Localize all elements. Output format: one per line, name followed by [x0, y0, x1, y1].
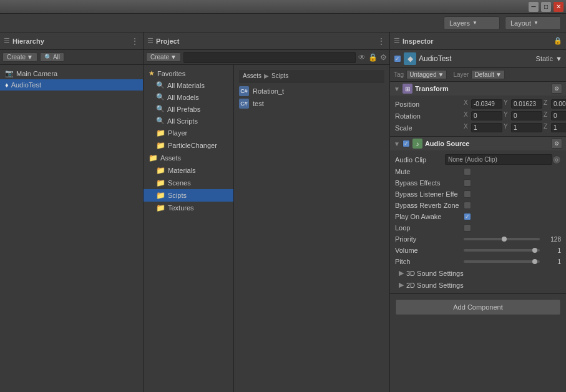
object-active-checkbox[interactable]: ✓ [394, 55, 401, 62]
transform-fold-icon: ▼ [394, 86, 400, 92]
hierarchy-item-audiotest[interactable]: ♦ AudioTest [0, 79, 143, 91]
loop-checkbox[interactable] [464, 224, 471, 232]
transform-header[interactable]: ▼ ⊞ Transform ⚙ [390, 82, 566, 96]
add-component-button[interactable]: Add Component [395, 299, 561, 315]
hierarchy-create-button[interactable]: Create ▼ [2, 52, 37, 62]
priority-track [464, 238, 540, 240]
bypass-effects-checkbox[interactable] [464, 179, 471, 187]
scale-value: X Y Z [464, 123, 566, 132]
project-panel: ☰ Project ⋮ Create ▼ 👁 🔒 ⚙ ★ Favorites [144, 32, 390, 392]
position-row: Position X Y Z [395, 98, 561, 110]
audio-clip-value[interactable]: None (Audio Clip) [445, 154, 552, 165]
sound-3d-header[interactable]: ▶ 3D Sound Settings [395, 267, 561, 279]
maximize-button[interactable]: □ [541, 2, 551, 12]
hierarchy-item-maincamera[interactable]: 📷 Main Camera [0, 67, 143, 79]
materials-label: Materials [168, 167, 196, 174]
hierarchy-all-button[interactable]: 🔍 All [40, 52, 64, 62]
tag-label: Tag [394, 71, 404, 78]
play-on-awake-checkbox[interactable]: ✓ [464, 213, 471, 220]
mute-checkbox[interactable] [464, 168, 471, 175]
folder-all-materials[interactable]: 🔍 All Materials [144, 79, 233, 91]
folder-all-models[interactable]: 🔍 All Models [144, 91, 233, 103]
priority-thumb[interactable] [502, 237, 507, 242]
asset-test[interactable]: C# test [239, 97, 384, 110]
hierarchy-toolbar: Create ▼ 🔍 All [0, 50, 143, 65]
title-bar: ─ □ ✕ [0, 0, 566, 14]
scale-z-input[interactable] [551, 123, 566, 132]
folder-scipts[interactable]: 📁 Scipts [144, 189, 233, 202]
audio-clip-select-icon[interactable]: ○ [552, 155, 561, 164]
position-xyz: X Y Z [464, 99, 566, 109]
minimize-button[interactable]: ─ [529, 2, 539, 12]
project-search-input[interactable] [183, 52, 356, 63]
hierarchy-menu-icon[interactable]: ⋮ [130, 37, 139, 46]
audio-component-icon: ♪ [412, 139, 422, 149]
inspector-panel: ☰ Inspector 🔒 ✓ ◆ AudioTest Static ▼ Tag… [390, 32, 566, 392]
bypass-listener-row: Bypass Listener Effe [395, 189, 561, 200]
folder-materials-icon: 📁 [156, 166, 165, 175]
folder-scenes[interactable]: 📁 Scenes [144, 177, 233, 189]
audio-clip-row: Audio Clip None (Audio Clip) ○ [395, 153, 561, 166]
project-settings-icon[interactable]: ⚙ [380, 53, 387, 62]
sound-2d-header[interactable]: ▶ 2D Sound Settings [395, 279, 561, 291]
add-component-label: Add Component [453, 303, 503, 311]
pitch-thumb[interactable] [532, 259, 537, 264]
project-menu-icon[interactable]: ⋮ [377, 37, 386, 46]
project-assets-view: Assets ▶ Scipts C# Rotation_t C# test [234, 65, 389, 392]
volume-slider[interactable]: 1 [464, 247, 561, 254]
folder-materials[interactable]: 📁 Materials [144, 164, 233, 177]
bypass-listener-checkbox[interactable] [464, 190, 471, 198]
project-header: ☰ Project ⋮ [144, 32, 389, 50]
layer-dropdown[interactable]: Default ▼ [471, 70, 505, 79]
pos-y-input[interactable] [511, 99, 542, 109]
folder-particlechangr[interactable]: 📁 ParticleChanger [144, 139, 233, 152]
static-badge: Static ▼ [536, 55, 562, 62]
audio-source-header[interactable]: ▼ ✓ ♪ Audio Source ⚙ [390, 137, 566, 150]
transform-settings-icon[interactable]: ⚙ [551, 84, 562, 94]
folder-player[interactable]: 📁 Player [144, 127, 233, 139]
project-eye-icon[interactable]: 👁 [358, 53, 366, 62]
priority-slider[interactable]: 128 [464, 236, 561, 243]
priority-label: Priority [395, 235, 464, 243]
position-value: X Y Z [464, 99, 566, 109]
priority-value: 128 [542, 236, 561, 243]
folder-all-prefabs[interactable]: 🔍 All Prefabs [144, 103, 233, 115]
scale-x-input[interactable] [471, 123, 502, 132]
folder-assets[interactable]: 📁 Assets [144, 152, 233, 164]
asset-rotation-t[interactable]: C# Rotation_t [239, 85, 384, 97]
bypass-listener-label: Bypass Listener Effe [395, 190, 464, 198]
layers-label: Layers [449, 19, 470, 27]
audio-fold-icon: ▼ [394, 140, 400, 147]
pos-x-label: X [464, 99, 470, 109]
project-toolbar-icons: 👁 🔒 ⚙ [358, 53, 387, 62]
rot-z-input[interactable] [551, 111, 566, 120]
pitch-slider[interactable]: 1 [464, 258, 561, 265]
rot-x-input[interactable] [471, 111, 502, 120]
window-controls: ─ □ ✕ [529, 2, 564, 12]
favorites-group[interactable]: ★ Favorites [144, 67, 233, 79]
folder-all-scripts[interactable]: 🔍 All Scripts [144, 115, 233, 127]
inspector-lock-icon[interactable]: 🔒 [554, 37, 562, 45]
bypass-reverb-label: Bypass Reverb Zone [395, 202, 464, 209]
scale-y-input[interactable] [511, 123, 542, 132]
audio-enabled-checkbox[interactable]: ✓ [403, 140, 410, 147]
close-button[interactable]: ✕ [554, 2, 564, 12]
tag-dropdown[interactable]: Untagged ▼ [406, 70, 447, 79]
inspector-title: Inspector [403, 37, 434, 45]
volume-thumb[interactable] [532, 248, 537, 253]
layout-dropdown[interactable]: Layout ▼ [505, 16, 561, 30]
transform-icon: ⊞ [403, 84, 412, 94]
project-lock-icon[interactable]: 🔒 [368, 53, 378, 62]
rot-y-input[interactable] [511, 111, 542, 120]
transform-component: ▼ ⊞ Transform ⚙ Position X Y [390, 82, 566, 137]
layer-label: Layer [453, 71, 469, 78]
tag-layer-row: Tag Untagged ▼ Layer Default ▼ [390, 68, 566, 82]
project-create-button[interactable]: Create ▼ [146, 52, 181, 62]
layers-dropdown[interactable]: Layers ▼ [444, 16, 500, 30]
pos-x-input[interactable] [471, 99, 502, 109]
audio-settings-icon[interactable]: ⚙ [551, 139, 562, 149]
folder-textures[interactable]: 📁 Textures [144, 202, 233, 214]
pos-z-input[interactable] [551, 99, 566, 109]
bypass-reverb-checkbox[interactable] [464, 202, 471, 209]
audio-tools: ⚙ [551, 139, 562, 149]
